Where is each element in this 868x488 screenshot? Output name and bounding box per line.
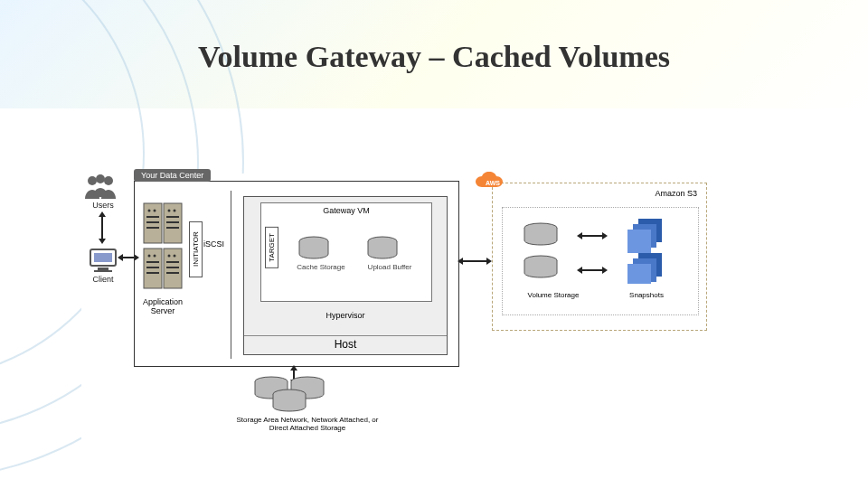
svg-point-27 (174, 255, 176, 258)
client-block: Client (81, 246, 125, 284)
svg-rect-24 (146, 267, 159, 268)
svg-rect-29 (166, 267, 179, 268)
san-block: Storage Area Network, Network Attached, … (235, 374, 380, 432)
gateway-vm-box: Gateway VM TARGET Cache Storage Upload B… (260, 202, 432, 302)
s3-inner-box: Volume Storage Snapshots (502, 207, 699, 315)
amazon-s3-label: Amazon S3 (655, 189, 697, 198)
hypervisor-label: Hypervisor (244, 311, 447, 320)
snapshots-block (611, 217, 680, 284)
svg-rect-44 (627, 264, 651, 284)
iscsi-label: iSCSI (203, 239, 224, 249)
svg-point-21 (148, 255, 151, 258)
client-label: Client (81, 275, 125, 284)
volume-storage-icon (517, 221, 586, 284)
architecture-diagram: Users Client Your Data Center (81, 174, 714, 445)
gateway-vm-label: Gateway VM (261, 206, 431, 215)
svg-point-11 (148, 210, 151, 212)
aws-logo-icon: AWS (475, 171, 511, 194)
svg-rect-20 (166, 227, 179, 229)
svg-point-0 (88, 176, 97, 185)
svg-point-16 (168, 210, 171, 212)
page-title: Volume Gateway – Cached Volumes (0, 40, 868, 74)
data-center-label: Your Data Center (134, 169, 211, 182)
host-label: Host (244, 335, 447, 351)
initiator-label: INITIATOR (189, 221, 203, 277)
snapshots-icon (611, 217, 680, 284)
data-center-box: Your Data Center (134, 181, 459, 367)
volume-snapshot-connector (580, 235, 604, 237)
svg-rect-4 (94, 253, 112, 262)
svg-text:AWS: AWS (486, 180, 500, 186)
snapshots-label: Snapshots (617, 291, 676, 299)
svg-point-17 (174, 210, 176, 212)
cache-storage-block: Cache Storage (294, 236, 348, 271)
app-server-label: Application Server (135, 297, 191, 315)
users-icon (81, 174, 125, 201)
svg-point-22 (154, 255, 156, 258)
svg-rect-30 (166, 272, 179, 274)
svg-rect-15 (146, 227, 159, 229)
svg-point-12 (154, 210, 156, 212)
svg-rect-18 (166, 216, 179, 218)
dc-aws-connector (461, 260, 488, 262)
server-stack-icon (140, 202, 185, 292)
volume-snapshot-connector (580, 269, 604, 271)
users-client-connector (101, 215, 103, 240)
svg-rect-6 (94, 270, 112, 272)
volume-storage-label: Volume Storage (517, 291, 590, 299)
svg-rect-19 (166, 221, 179, 223)
svg-rect-25 (146, 272, 159, 274)
users-block: Users (81, 174, 125, 210)
san-icon (235, 374, 344, 414)
host-box: Gateway VM TARGET Cache Storage Upload B… (243, 196, 448, 355)
svg-point-2 (96, 174, 105, 183)
svg-point-26 (168, 255, 171, 258)
users-label: Users (81, 201, 125, 210)
svg-point-1 (104, 176, 113, 185)
upload-buffer-icon (363, 236, 402, 263)
upload-buffer-block: Upload Buffer (363, 236, 417, 271)
cache-storage-icon (294, 236, 334, 263)
target-label: TARGET (265, 227, 278, 268)
san-label: Storage Area Network, Network Attached, … (235, 416, 380, 432)
svg-rect-14 (146, 221, 159, 223)
volume-storage-block (517, 221, 586, 284)
svg-rect-41 (627, 230, 651, 253)
svg-rect-5 (98, 267, 108, 270)
app-server-icon (140, 202, 185, 292)
host-divider (231, 191, 231, 359)
svg-rect-28 (166, 261, 179, 263)
aws-cloud-box: AWS Amazon S3 Volume Storage (492, 183, 707, 331)
upload-buffer-label: Upload Buffer (363, 263, 417, 271)
cache-storage-label: Cache Storage (294, 263, 348, 271)
svg-rect-23 (146, 261, 159, 263)
svg-rect-13 (146, 216, 159, 218)
